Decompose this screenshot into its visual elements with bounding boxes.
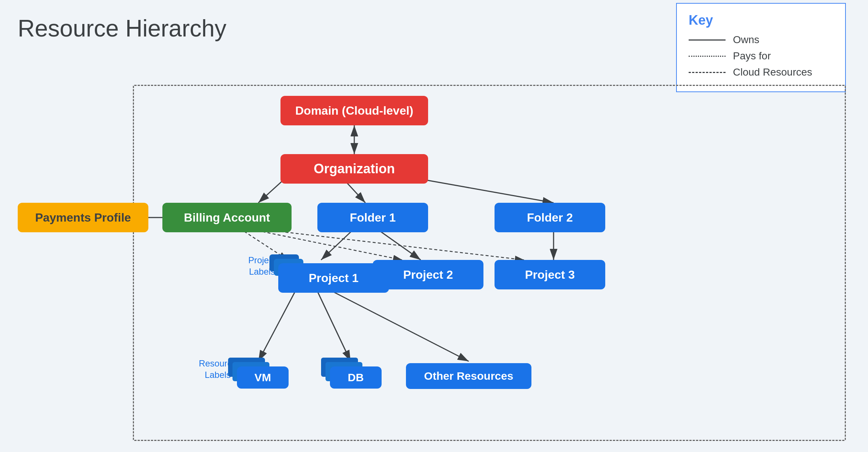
diagram: Domain (Cloud-level) Organization Billin… bbox=[0, 48, 868, 452]
db-node: DB bbox=[330, 366, 382, 389]
organization-node: Organization bbox=[280, 154, 428, 184]
owns-line-icon bbox=[689, 39, 726, 41]
billing-account-node: Billing Account bbox=[162, 203, 292, 232]
key-title: Key bbox=[689, 13, 833, 28]
project3-node: Project 3 bbox=[495, 260, 605, 289]
project2-node: Project 2 bbox=[373, 260, 483, 289]
folder1-node: Folder 1 bbox=[317, 203, 428, 232]
domain-node: Domain (Cloud-level) bbox=[280, 96, 428, 125]
key-item-owns: Owns bbox=[689, 34, 833, 46]
project1-node: Project 1 bbox=[278, 263, 389, 293]
folder2-node: Folder 2 bbox=[495, 203, 605, 232]
vm-node: VM bbox=[237, 366, 289, 389]
owns-label: Owns bbox=[733, 34, 760, 46]
payments-profile-node: Payments Profile bbox=[18, 203, 148, 232]
other-resources-node: Other Resources bbox=[406, 363, 531, 389]
page-title: Resource Hierarchy bbox=[18, 15, 227, 42]
